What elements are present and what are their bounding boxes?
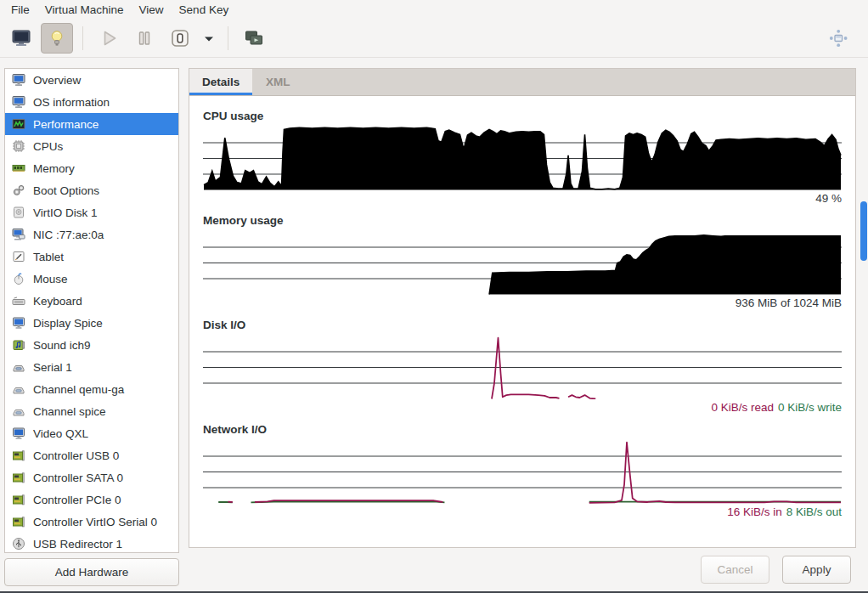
sidebar-item-label: Performance bbox=[33, 118, 99, 131]
sidebar-item-label: Controller PCIe 0 bbox=[33, 494, 121, 506]
sidebar-item-label: Channel spice bbox=[33, 405, 106, 418]
fullscreen-button[interactable] bbox=[238, 23, 270, 54]
menu-bar: FileVirtual MachineViewSend Key bbox=[0, 0, 868, 19]
apply-button[interactable]: Apply bbox=[782, 556, 851, 584]
sidebar-item-nic-77-ae-0a[interactable]: NIC :77:ae:0a bbox=[5, 223, 178, 246]
menu-item-file[interactable]: File bbox=[3, 2, 37, 18]
sidebar-item-cpus[interactable]: CPUs bbox=[5, 135, 178, 157]
display-icon bbox=[12, 316, 25, 330]
menu-item-virtual-machine[interactable]: Virtual Machine bbox=[37, 2, 132, 18]
usb-icon bbox=[12, 537, 25, 551]
sidebar-item-label: Serial 1 bbox=[33, 361, 72, 374]
sidebar-item-memory[interactable]: Memory bbox=[5, 157, 178, 179]
sidebar-item-virtio-disk-1[interactable]: VirtIO Disk 1 bbox=[5, 201, 178, 223]
sidebar-item-display-spice[interactable]: Display Spice bbox=[5, 312, 178, 334]
chart-stats: 49 % bbox=[203, 192, 842, 207]
sidebar-item-label: USB Redirector 1 bbox=[33, 538, 122, 551]
shutdown-icon bbox=[170, 28, 190, 48]
tab-xml[interactable]: XML bbox=[252, 69, 303, 95]
tab-details[interactable]: Details bbox=[189, 69, 252, 95]
serial-icon bbox=[12, 360, 25, 374]
sidebar-item-label: Video QXL bbox=[33, 427, 88, 440]
memory-chart-section: Memory usage 936 MiB of 1024 MiB bbox=[203, 214, 842, 312]
menu-item-view[interactable]: View bbox=[132, 2, 172, 18]
show-graphical-console-button[interactable] bbox=[5, 23, 37, 54]
performance-icon bbox=[12, 117, 25, 131]
sidebar-item-channel-spice[interactable]: Channel spice bbox=[5, 400, 178, 422]
network-usage-label: Network I/O bbox=[203, 423, 842, 436]
sidebar-item-controller-sata-0[interactable]: Controller SATA 0 bbox=[5, 466, 178, 489]
gears-icon bbox=[12, 184, 25, 197]
video-icon bbox=[12, 426, 25, 440]
nic-icon bbox=[12, 228, 25, 241]
sidebar-item-os-information[interactable]: OS information bbox=[5, 91, 178, 113]
sidebar-item-label: Memory bbox=[33, 162, 75, 175]
controller-icon bbox=[12, 515, 25, 528]
sidebar-item-sound-ich9[interactable]: Sound ich9 bbox=[5, 334, 178, 356]
sidebar-item-label: VirtIO Disk 1 bbox=[33, 206, 98, 219]
sidebar-item-boot-options[interactable]: Boot Options bbox=[5, 179, 178, 201]
sidebar-item-video-qxl[interactable]: Video QXL bbox=[5, 422, 178, 444]
console-icon bbox=[11, 28, 31, 48]
chart-stats: 0 KiB/s read0 KiB/s write bbox=[203, 401, 842, 416]
memory-icon bbox=[12, 161, 25, 175]
toolbar-separator bbox=[82, 26, 83, 50]
sidebar-item-mouse[interactable]: Mouse bbox=[5, 268, 178, 290]
show-hardware-details-button[interactable] bbox=[41, 23, 73, 54]
chart-graph bbox=[203, 230, 842, 295]
chart-graph bbox=[203, 126, 842, 190]
cpu-chart-section: CPU usage 49 % bbox=[203, 110, 842, 207]
add-hardware-button[interactable]: Add Hardware bbox=[4, 558, 179, 586]
virt-manager-window: { "menu_bar": { "items": [ {"label":"Fil… bbox=[0, 0, 868, 593]
cancel-button[interactable]: Cancel bbox=[701, 556, 769, 584]
sidebar-item-label: Keyboard bbox=[33, 295, 82, 308]
sidebar-item-label: Mouse bbox=[33, 273, 68, 285]
network-chart-section: Network I/O 16 KiB/s in8 KiB/s out bbox=[203, 423, 842, 521]
shutdown-button[interactable] bbox=[164, 23, 196, 54]
chart-graph bbox=[203, 439, 842, 504]
sidebar-item-controller-usb-0[interactable]: Controller USB 0 bbox=[5, 444, 178, 466]
pause-button[interactable] bbox=[128, 23, 161, 54]
resize-to-vm-button[interactable] bbox=[822, 23, 854, 54]
shutdown-menu-button[interactable] bbox=[200, 23, 218, 54]
disk-usage-label: Disk I/O bbox=[203, 319, 842, 331]
sidebar-item-controller-pcie-0[interactable]: Controller PCIe 0 bbox=[5, 489, 178, 511]
mouse-icon bbox=[12, 272, 25, 285]
vertical-scrollbar-thumb[interactable] bbox=[860, 201, 867, 261]
sidebar-item-label: Controller USB 0 bbox=[33, 449, 119, 462]
cpu-stat: 49 % bbox=[815, 192, 842, 207]
cpu-icon bbox=[12, 139, 25, 153]
sidebar-item-keyboard[interactable]: Keyboard bbox=[5, 290, 178, 312]
controller-icon bbox=[12, 493, 25, 506]
tab-strip: DetailsXML bbox=[189, 69, 855, 96]
chart-stats: 16 KiB/s in8 KiB/s out bbox=[203, 505, 842, 521]
sidebar-item-channel-qemu-ga[interactable]: Channel qemu-ga bbox=[5, 378, 178, 400]
sidebar-item-label: Channel qemu-ga bbox=[33, 383, 124, 396]
memory-usage-label: Memory usage bbox=[203, 214, 842, 227]
sidebar-item-tablet[interactable]: Tablet bbox=[5, 246, 178, 268]
disk-icon bbox=[12, 206, 25, 219]
channel-icon bbox=[12, 404, 25, 418]
sidebar-item-overview[interactable]: Overview bbox=[5, 69, 178, 91]
menu-item-send-key[interactable]: Send Key bbox=[172, 2, 237, 18]
keyboard-icon bbox=[12, 294, 25, 308]
sidebar-item-serial-1[interactable]: Serial 1 bbox=[5, 356, 178, 378]
charts-container: CPU usage 49 % Memory usage 936 MiB of 1… bbox=[189, 96, 855, 521]
sidebar-item-label: Controller VirtIO Serial 0 bbox=[33, 516, 157, 528]
network-stat: 16 KiB/s in bbox=[727, 505, 782, 521]
chevron-down-icon bbox=[199, 28, 219, 48]
monitor-icon bbox=[12, 95, 25, 109]
power-on-button[interactable] bbox=[93, 23, 125, 54]
sidebar-item-label: Controller SATA 0 bbox=[33, 472, 123, 484]
memory-stat: 936 MiB of 1024 MiB bbox=[736, 296, 842, 312]
tablet-icon bbox=[12, 250, 25, 263]
sidebar-item-controller-virtio-serial-0[interactable]: Controller VirtIO Serial 0 bbox=[5, 511, 178, 533]
sidebar-item-performance[interactable]: Performance bbox=[5, 113, 178, 135]
sidebar-item-label: Boot Options bbox=[33, 184, 99, 197]
play-icon bbox=[99, 28, 119, 48]
toolbar bbox=[0, 19, 868, 58]
sidebar-item-usb-redirector-1[interactable]: USB Redirector 1 bbox=[5, 533, 178, 553]
sidebar-item-label: NIC :77:ae:0a bbox=[33, 229, 104, 241]
controller-icon bbox=[12, 449, 25, 462]
sidebar-item-label: Sound ich9 bbox=[33, 339, 91, 352]
